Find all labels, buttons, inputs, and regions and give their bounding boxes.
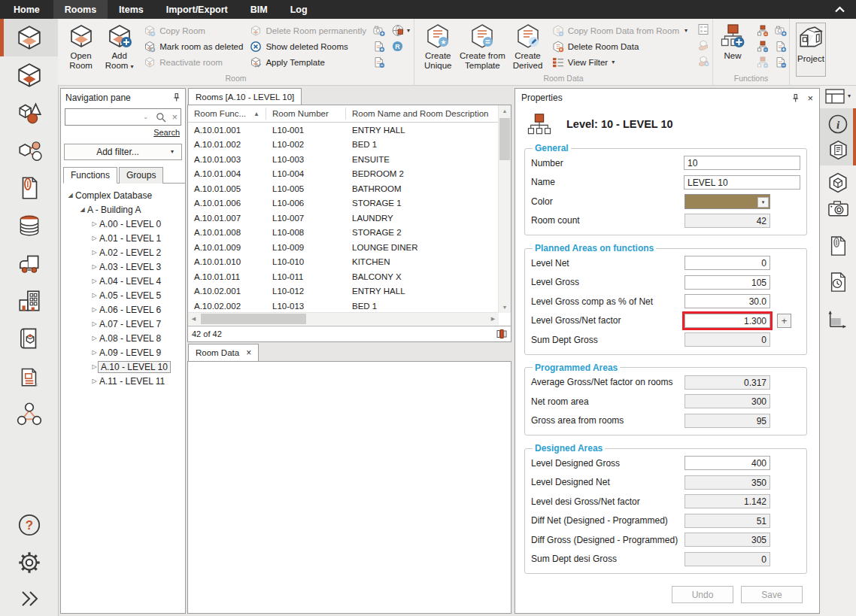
table-row[interactable]: A.10.01.001 L10-001 ENTRY HALL: [188, 123, 499, 138]
table-row[interactable]: A.10.01.003 L10-003 ENSUITE: [188, 152, 499, 167]
scroll-right-icon[interactable]: ▶: [487, 313, 499, 325]
tree-item[interactable]: ▷ A.07 - LEVEL 7: [61, 317, 185, 331]
horizontal-scrollbar[interactable]: ◀ ▶: [188, 312, 499, 325]
vertical-scrollbar[interactable]: ▲ ▼: [498, 105, 511, 313]
tree-expander-icon[interactable]: ▷: [90, 306, 99, 313]
sidebar-item-room-templates[interactable]: [0, 56, 58, 94]
close-panel-icon[interactable]: ×: [807, 93, 813, 104]
room-data-sheet-button[interactable]: [820, 137, 856, 162]
tree-item[interactable]: ▷ A.02 - LEVEL 2: [61, 245, 185, 259]
copy-room-data-button[interactable]: Copy Room Data from Room ▾: [552, 23, 688, 38]
sidebar-item-settings[interactable]: [0, 544, 58, 581]
tab-import-export[interactable]: Import/Export: [155, 0, 239, 19]
tab-functions[interactable]: Functions: [63, 167, 117, 184]
room-data-tab[interactable]: Room Data ×: [188, 344, 259, 361]
sidebar-item-help[interactable]: ?: [0, 506, 58, 544]
function-document-add-button[interactable]: [773, 38, 788, 54]
room-hand-button[interactable]: [696, 37, 711, 53]
create-from-template-button[interactable]: Create from Template: [458, 22, 506, 71]
tree-item[interactable]: ▷ A.03 - LEVEL 3: [61, 259, 185, 274]
scrollbar-thumb[interactable]: [499, 118, 510, 160]
field-input[interactable]: 1.142: [684, 494, 770, 508]
tree-expander-icon[interactable]: ▷: [90, 249, 99, 256]
tree-item[interactable]: ▷ A.00 - LEVEL 0: [61, 217, 185, 231]
field-input[interactable]: 105: [684, 275, 770, 290]
table-row[interactable]: A.10.01.008 L10-008 STORAGE 2: [188, 226, 499, 241]
tree-expander-icon[interactable]: ▷: [90, 320, 99, 327]
view-filter-button[interactable]: View Filter ▾: [552, 54, 688, 70]
field-input[interactable]: 1.300: [684, 314, 770, 328]
sidebar-item-relations[interactable]: [0, 395, 58, 432]
tree-expander-icon[interactable]: ◢: [77, 206, 87, 213]
globe-revit-button[interactable]: ▾: [390, 23, 412, 38]
function-document-remove-button[interactable]: [773, 54, 788, 70]
table-row[interactable]: A.10.01.006 L10-006 STORAGE 1: [188, 196, 499, 211]
sidebar-expand-button[interactable]: [0, 581, 58, 616]
scroll-left-icon[interactable]: ◀: [188, 313, 199, 325]
clear-search-icon[interactable]: ×: [172, 112, 178, 122]
delete-room-data-button[interactable]: Delete Room Data: [552, 38, 688, 54]
collapse-ribbon-button[interactable]: [824, 0, 856, 19]
pin-icon[interactable]: [791, 93, 800, 103]
attachments-tool-button[interactable]: [820, 233, 856, 259]
table-row[interactable]: A.10.01.002 L10-002 BED 1: [188, 138, 499, 153]
images-tool-button[interactable]: [820, 196, 856, 221]
sidebar-item-buildings[interactable]: [0, 282, 58, 320]
sidebar-item-reports[interactable]: [0, 357, 58, 395]
table-row[interactable]: A.10.01.004 L10-004 BEDROOM 2: [188, 167, 499, 182]
sidebar-item-finance[interactable]: [0, 207, 58, 244]
room-hand-sync-button[interactable]: [696, 53, 711, 68]
area-tool-button[interactable]: [820, 305, 856, 331]
scroll-up-icon[interactable]: ▲: [499, 105, 511, 117]
tree-item[interactable]: ▷ A.08 - LEVEL 8: [61, 331, 185, 345]
table-row[interactable]: A.10.01.009 L10-009 LOUNGE DINER: [188, 240, 499, 255]
tree-item[interactable]: ▷ A.06 - LEVEL 6: [61, 302, 185, 317]
table-row[interactable]: A.10.01.011 L10-011 BALCONY X: [188, 269, 499, 284]
field-input[interactable]: 305: [684, 533, 770, 547]
search-scope-caret[interactable]: ⌄: [143, 114, 148, 120]
pin-icon[interactable]: [172, 93, 181, 102]
tree-expander-icon[interactable]: ▷: [90, 235, 99, 241]
list-dialog-button[interactable]: [696, 21, 711, 37]
number-input[interactable]: 10: [684, 156, 800, 170]
save-button[interactable]: Save: [741, 586, 803, 603]
tree-expander-icon[interactable]: ▷: [90, 263, 99, 270]
panel-layout-button[interactable]: ▾: [825, 89, 851, 104]
sidebar-item-rooms[interactable]: [0, 19, 58, 56]
tree-expander-icon[interactable]: ▷: [90, 278, 99, 284]
color-dropdown-button[interactable]: ▾: [757, 197, 769, 208]
add-filter-dropdown[interactable]: Add filter... ▾: [64, 144, 182, 160]
new-function-button[interactable]: New: [719, 22, 746, 62]
tree-expander-icon[interactable]: ▷: [90, 349, 99, 356]
sidebar-item-items[interactable]: [0, 94, 58, 132]
column-header-room-number[interactable]: Room Number: [266, 108, 346, 120]
column-header-room-function[interactable]: Room Func...▲: [188, 108, 266, 120]
color-swatch[interactable]: ▾: [684, 194, 770, 209]
name-input[interactable]: LEVEL 10: [684, 175, 800, 190]
camera-add-button[interactable]: [372, 23, 387, 38]
search-input[interactable]: ⌄ ×: [65, 108, 181, 126]
tab-log[interactable]: Log: [279, 0, 319, 19]
function-remove-button[interactable]: [755, 23, 770, 38]
tree-item[interactable]: ▷ A.01 - LEVEL 1: [61, 231, 185, 245]
undo-button[interactable]: Undo: [672, 586, 733, 603]
tree-expander-icon[interactable]: ▷: [90, 335, 99, 341]
table-row[interactable]: A.10.01.010 L10-010 KITCHEN: [188, 255, 499, 270]
tab-items[interactable]: Items: [108, 0, 155, 19]
close-tab-icon[interactable]: ×: [246, 347, 251, 358]
tree-item[interactable]: ▷ A.11 - LEVEL 11: [61, 374, 185, 388]
document-add-button[interactable]: [372, 38, 387, 54]
scroll-down-icon[interactable]: ▼: [499, 302, 511, 313]
revit-button[interactable]: R: [390, 38, 405, 54]
field-input[interactable]: 400: [684, 456, 770, 470]
delete-room-permanently-button[interactable]: Delete Room permanently: [250, 23, 366, 38]
tree-item[interactable]: ◢ A - Building A: [61, 202, 185, 217]
scrollbar-thumb[interactable]: [201, 314, 306, 324]
table-row[interactable]: A.10.01.005 L10-005 BATHROOM: [188, 181, 499, 196]
plus-button[interactable]: +: [777, 314, 791, 328]
show-deleted-rooms-button[interactable]: Show deleted Rooms: [250, 38, 366, 54]
sidebar-item-logistics[interactable]: [0, 244, 58, 282]
tree-item[interactable]: ◢ Complex Database: [61, 188, 185, 202]
tree-expander-icon[interactable]: ▷: [90, 292, 99, 299]
tree-item[interactable]: ▷ A.05 - LEVEL 5: [61, 288, 185, 302]
